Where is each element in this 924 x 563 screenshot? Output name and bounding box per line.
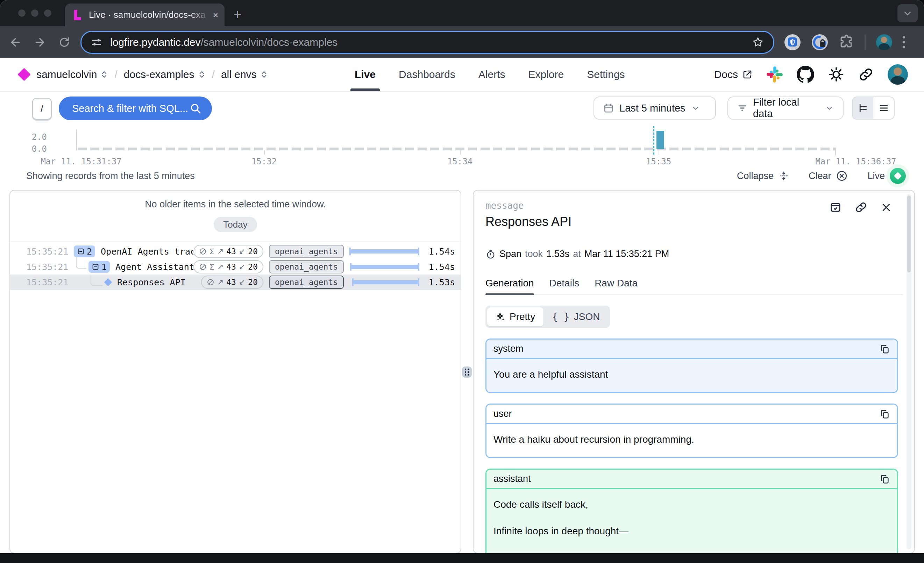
- window-controls[interactable]: [18, 9, 51, 17]
- breadcrumb-org[interactable]: samuelcolvin: [36, 69, 108, 81]
- pen-slash-icon: [199, 263, 207, 271]
- url-bar[interactable]: logfire.pydantic.dev/samuelcolvin/docs-e…: [81, 31, 774, 54]
- link-icon[interactable]: [855, 201, 867, 214]
- tokens-in-icon: ↗: [217, 262, 224, 271]
- duration-text: 1.53s: [422, 277, 455, 287]
- close-icon[interactable]: [880, 202, 892, 213]
- panel-check-icon[interactable]: [830, 201, 842, 213]
- tab-close-icon[interactable]: ×: [213, 10, 218, 19]
- privacy-extension-icon[interactable]: [812, 34, 828, 51]
- github-icon[interactable]: [797, 66, 814, 83]
- y-axis: [76, 129, 77, 150]
- browser-profile-avatar[interactable]: [876, 34, 892, 50]
- calendar-icon: [603, 103, 614, 113]
- timeline-chart[interactable]: 2.0 0.0 Mar 11. 15:31:37 15:32 15:34 15:…: [0, 123, 924, 166]
- tabs-divider: [485, 295, 903, 295]
- collapse-badge[interactable]: 1: [88, 261, 110, 273]
- copy-icon[interactable]: [880, 409, 890, 419]
- user-avatar[interactable]: [888, 64, 908, 85]
- nav-tab-live[interactable]: Live: [353, 58, 377, 91]
- tune-icon[interactable]: [91, 36, 102, 48]
- tab-search-button[interactable]: [897, 4, 918, 22]
- record-name: Agent Assistant: [116, 262, 194, 272]
- live-toggle[interactable]: Live: [867, 168, 906, 184]
- box-minus-icon: [92, 263, 99, 271]
- browser-toolbar: logfire.pydantic.dev/samuelcolvin/docs-e…: [0, 26, 924, 58]
- collapse-badge[interactable]: 2: [74, 246, 95, 258]
- window-minimize-button[interactable]: [31, 9, 39, 17]
- tab-raw-data[interactable]: Raw Data: [594, 278, 638, 295]
- chevron-down-icon: [903, 9, 912, 18]
- breadcrumb-project[interactable]: docs-examples: [124, 69, 206, 81]
- tokens-out-icon: ↙: [239, 247, 245, 256]
- slash-shortcut-key[interactable]: /: [32, 98, 52, 120]
- scope-tag[interactable]: openai_agents: [269, 276, 344, 289]
- showing-records-text: Showing records from the last 5 minutes: [26, 171, 195, 181]
- puzzle-extensions-icon[interactable]: [838, 34, 854, 50]
- clear-button[interactable]: Clear: [808, 170, 848, 182]
- timeline-bar[interactable]: [657, 131, 664, 149]
- link-icon[interactable]: [858, 67, 874, 82]
- message-role: assistant: [494, 473, 531, 484]
- nav-tab-settings[interactable]: Settings: [585, 58, 626, 91]
- reload-button[interactable]: [57, 34, 72, 50]
- record-row[interactable]: 15:35:21 1 Agent Assistant Σ ↗43 ↙20 ope…: [10, 259, 460, 274]
- span-diamond-icon: [104, 278, 112, 286]
- new-tab-button[interactable]: +: [234, 8, 242, 21]
- token-usage-pill[interactable]: Σ ↗43 ↙20: [194, 260, 263, 274]
- breadcrumb-env[interactable]: all envs: [221, 69, 268, 81]
- record-row-selected[interactable]: 15:35:21 Responses API ↗43 ↙20 openai_ag…: [10, 274, 460, 290]
- tab-generation[interactable]: Generation: [485, 278, 534, 295]
- back-button[interactable]: [8, 34, 23, 50]
- duration-bar: [352, 280, 419, 284]
- scope-tag[interactable]: openai_agents: [269, 260, 344, 274]
- browser-menu-button[interactable]: [903, 36, 905, 48]
- url-host: logfire.pydantic.dev: [110, 36, 201, 48]
- search-input[interactable]: Search & filter with SQL...: [59, 96, 212, 120]
- time-range-dropdown[interactable]: Last 5 minutes: [594, 96, 716, 120]
- bitwarden-icon[interactable]: [784, 34, 801, 51]
- zero-baseline: [78, 148, 835, 150]
- copy-icon[interactable]: [880, 344, 890, 354]
- slack-icon[interactable]: [766, 66, 783, 82]
- nav-tab-dashboards[interactable]: Dashboards: [397, 58, 457, 91]
- message-card-user: user Write a haiku about recursion in pr…: [485, 404, 898, 458]
- panel-resize-handle[interactable]: [462, 367, 472, 378]
- tokens-out-icon: ↙: [239, 262, 245, 271]
- forward-button[interactable]: [32, 34, 48, 50]
- search-placeholder: Search & filter with SQL...: [72, 103, 189, 114]
- pretty-button[interactable]: Pretty: [487, 307, 543, 326]
- list-view-button[interactable]: [873, 97, 894, 119]
- detail-scrollbar[interactable]: [906, 194, 911, 550]
- logfire-favicon-icon: [73, 10, 83, 20]
- token-usage-pill[interactable]: ↗43 ↙20: [201, 276, 263, 289]
- live-indicator-icon: [890, 168, 906, 184]
- pen-slash-icon: [207, 279, 214, 286]
- token-usage-pill[interactable]: Σ ↗43 ↙20: [194, 245, 263, 258]
- docs-link[interactable]: Docs: [714, 69, 753, 81]
- bookmark-star-icon[interactable]: [752, 36, 764, 49]
- today-pill[interactable]: Today: [214, 217, 257, 232]
- sun-icon[interactable]: [828, 66, 844, 82]
- browser-tab[interactable]: Live · samuelcolvin/docs-exa ×: [65, 3, 225, 26]
- copy-icon[interactable]: [880, 474, 890, 484]
- braces-icon: { }: [552, 311, 570, 323]
- nav-tab-alerts[interactable]: Alerts: [477, 58, 507, 91]
- url-path: /samuelcolvin/docs-examples: [201, 36, 338, 48]
- url-text[interactable]: logfire.pydantic.dev/samuelcolvin/docs-e…: [110, 36, 752, 48]
- tab-details[interactable]: Details: [549, 278, 579, 295]
- collapse-button[interactable]: Collapse: [737, 171, 789, 181]
- local-filter-dropdown[interactable]: Filter local data: [728, 96, 843, 120]
- duration-bar-cell: [350, 278, 422, 286]
- tree-view-button[interactable]: [853, 97, 873, 119]
- message-role: system: [494, 343, 524, 354]
- detail-tabs: Generation Details Raw Data: [485, 278, 902, 295]
- chevrons-up-down-icon: [198, 70, 206, 79]
- nav-tab-explore[interactable]: Explore: [527, 58, 565, 91]
- window-zoom-button[interactable]: [44, 9, 51, 17]
- records-empty-zone: No older items in the selected time wind…: [10, 190, 460, 242]
- y-tick-0: 0.0: [21, 144, 47, 154]
- window-close-button[interactable]: [18, 9, 26, 17]
- scope-tag[interactable]: openai_agents: [269, 245, 344, 258]
- json-button[interactable]: { } JSON: [543, 307, 608, 326]
